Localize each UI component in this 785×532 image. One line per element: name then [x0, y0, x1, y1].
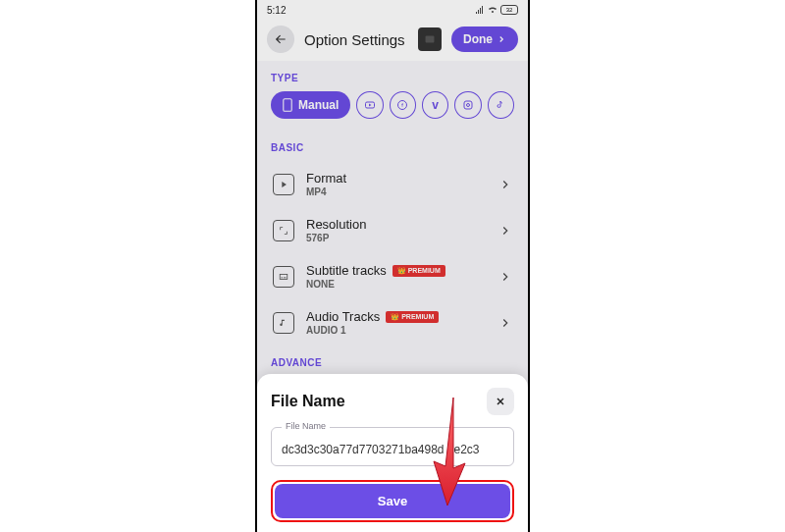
filename-input[interactable]	[282, 443, 503, 456]
svg-rect-1	[284, 99, 291, 112]
status-right: 32	[475, 5, 518, 15]
resolution-icon	[273, 220, 294, 241]
item-subtitle-title: Subtitle tracks	[306, 263, 387, 278]
save-highlight: Save	[271, 480, 514, 522]
type-manual-label: Manual	[298, 98, 339, 112]
back-button[interactable]	[267, 26, 294, 53]
chevron-right-icon	[498, 224, 512, 238]
subtitle-icon	[273, 266, 294, 288]
item-format-value: MP4	[306, 186, 487, 197]
item-subtitle-value: NONE	[306, 279, 487, 290]
vimeo-icon: v	[432, 98, 439, 112]
item-format-title: Format	[306, 171, 487, 186]
section-advance-label: ADVANCE	[257, 346, 528, 376]
item-audio-title: Audio Tracks	[306, 309, 380, 324]
svg-rect-4	[464, 101, 472, 109]
phone-icon	[283, 98, 292, 112]
instagram-icon	[462, 99, 474, 111]
svg-rect-6	[280, 274, 288, 279]
status-bar: 5:12 32	[257, 0, 528, 18]
chevron-right-icon	[497, 34, 506, 44]
type-vimeo[interactable]: v	[422, 91, 448, 119]
close-button[interactable]	[487, 388, 514, 415]
basic-list: Format MP4 Resolution 576P Subtitle trac…	[257, 161, 528, 346]
close-icon	[495, 396, 506, 407]
chevron-right-icon	[498, 178, 512, 191]
signal-icon	[475, 5, 485, 15]
type-facebook[interactable]	[390, 91, 416, 119]
item-resolution[interactable]: Resolution 576P	[267, 207, 518, 253]
facebook-icon	[396, 99, 408, 111]
item-format[interactable]: Format MP4	[267, 161, 518, 207]
thumbnail-icon	[424, 33, 436, 45]
type-youtube[interactable]	[356, 91, 383, 119]
svg-point-5	[466, 104, 469, 107]
phone-frame: 5:12 32 Option Settings Done TYPE Manual	[255, 0, 530, 532]
battery-icon: 32	[500, 5, 518, 15]
filename-sheet: File Name File Name Save	[257, 374, 528, 532]
video-thumbnail[interactable]	[418, 27, 442, 51]
page-title: Option Settings	[304, 31, 408, 48]
done-button[interactable]: Done	[451, 27, 518, 52]
audio-icon	[273, 312, 294, 334]
chevron-right-icon	[498, 270, 512, 284]
save-button[interactable]: Save	[275, 484, 510, 518]
section-type-label: TYPE	[257, 61, 528, 91]
item-resolution-value: 576P	[306, 233, 487, 243]
item-subtitle[interactable]: Subtitle tracks 👑 PREMIUM NONE	[267, 253, 518, 299]
svg-rect-0	[426, 36, 435, 43]
filename-field-label: File Name	[282, 421, 330, 431]
type-row: Manual v	[257, 91, 528, 131]
arrow-left-icon	[274, 32, 288, 46]
status-time: 5:12	[267, 5, 286, 16]
premium-badge: 👑 PREMIUM	[386, 311, 439, 323]
wifi-icon	[488, 5, 497, 15]
premium-badge: 👑 PREMIUM	[392, 265, 445, 277]
type-manual-chip[interactable]: Manual	[271, 91, 350, 119]
type-tiktok[interactable]	[488, 91, 514, 119]
filename-field-wrap: File Name	[271, 427, 514, 466]
type-instagram[interactable]	[454, 91, 481, 119]
content-area: TYPE Manual v BASIC Format MP4	[257, 61, 528, 422]
section-basic-label: BASIC	[257, 131, 528, 161]
item-resolution-title: Resolution	[306, 217, 487, 232]
item-audio[interactable]: Audio Tracks 👑 PREMIUM AUDIO 1	[267, 299, 518, 346]
app-header: Option Settings Done	[257, 18, 528, 61]
item-audio-value: AUDIO 1	[306, 325, 487, 336]
done-label: Done	[463, 32, 493, 46]
tiktok-icon	[495, 99, 506, 111]
youtube-icon	[364, 99, 376, 111]
sheet-title: File Name	[271, 393, 345, 410]
format-icon	[273, 174, 294, 195]
chevron-right-icon	[498, 316, 512, 330]
